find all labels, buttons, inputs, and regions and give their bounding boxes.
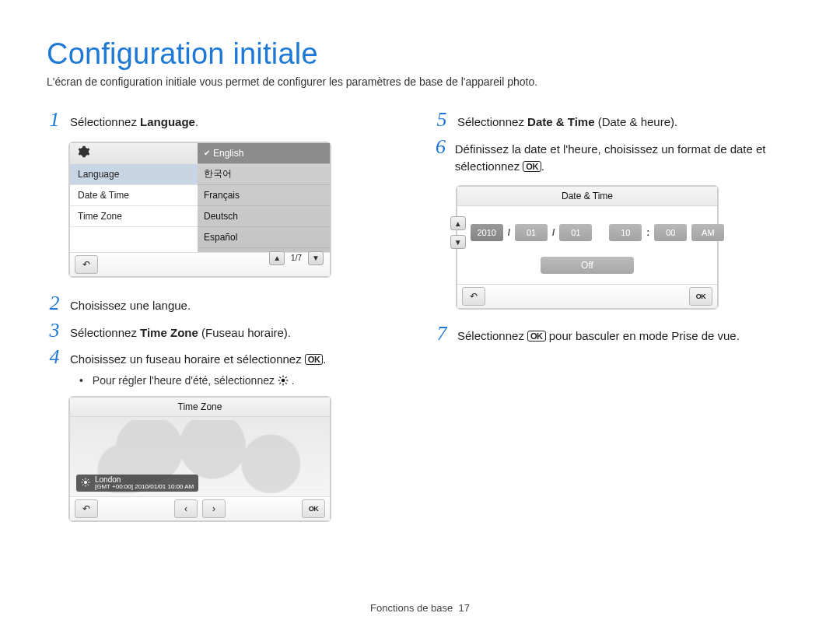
step-3: Sélectionnez Time Zone (Fuseau horaire). xyxy=(70,321,291,342)
timezone-map[interactable]: London [GMT +00:00] 2010/01/01 10:00 AM xyxy=(70,417,330,496)
sun-icon xyxy=(81,478,90,489)
settings-item-language[interactable]: Language xyxy=(70,164,198,185)
language-pager: ▲ 1/7 ▼ xyxy=(198,248,330,268)
day-field[interactable]: 01 xyxy=(559,224,592,241)
svg-line-15 xyxy=(88,485,89,486)
step-7: Sélectionnez OK pour basculer en mode Pr… xyxy=(457,324,740,345)
svg-point-9 xyxy=(84,481,87,484)
svg-line-6 xyxy=(285,383,287,384)
timezone-info: London [GMT +00:00] 2010/01/01 10:00 AM xyxy=(76,475,198,492)
minute-field[interactable]: 00 xyxy=(654,224,687,241)
settings-item-datetime[interactable]: Date & Time xyxy=(70,185,198,206)
svg-line-8 xyxy=(285,377,287,378)
ok-inline-icon: OK xyxy=(527,331,546,342)
pager-down-icon[interactable]: ▼ xyxy=(308,251,324,265)
value-down-icon[interactable]: ▼ xyxy=(450,235,466,249)
step-5: Sélectionnez Date & Time (Date & heure). xyxy=(457,110,677,131)
sun-icon xyxy=(278,374,292,387)
back-button[interactable]: ↶ xyxy=(75,499,98,518)
sep-colon: : xyxy=(646,227,649,238)
svg-line-16 xyxy=(82,485,84,486)
gear-icon xyxy=(78,145,90,160)
next-button[interactable]: › xyxy=(202,499,226,518)
tz-detail: [GMT +00:00] 2010/01/01 10:00 AM xyxy=(95,484,194,490)
svg-point-0 xyxy=(282,379,285,383)
step-4: Choisissez un fuseau horaire et sélectio… xyxy=(70,347,327,368)
svg-line-17 xyxy=(88,479,89,481)
left-column: 1 Sélectionnez Language. Language xyxy=(47,110,406,522)
value-up-icon[interactable]: ▲ xyxy=(450,216,466,230)
settings-item-timezone[interactable]: Time Zone xyxy=(70,206,198,227)
ok-inline-icon: OK xyxy=(305,354,324,365)
sep-slash: / xyxy=(508,227,510,238)
year-field[interactable]: 2010 xyxy=(471,224,503,241)
sep-slash: / xyxy=(552,227,555,238)
step-num-7: 7 xyxy=(434,324,450,344)
back-button[interactable]: ↶ xyxy=(75,255,98,274)
ok-inline-icon: OK xyxy=(523,161,541,172)
lang-opt-francais[interactable]: Français xyxy=(198,185,330,206)
settings-list: Language Date & Time Time Zone xyxy=(70,143,198,252)
month-field[interactable]: 01 xyxy=(515,224,548,241)
svg-line-5 xyxy=(279,377,281,378)
datetime-panel: Date & Time ▲ ▼ 2010 / 01 / 01 10 xyxy=(456,185,719,310)
hour-field[interactable]: 10 xyxy=(609,224,642,241)
page-subtitle: L'écran de configuration initiale vous p… xyxy=(47,75,793,88)
back-button[interactable]: ↶ xyxy=(462,287,485,306)
pager-up-icon[interactable]: ▲ xyxy=(269,251,285,265)
step-2: Choisissez une langue. xyxy=(70,293,191,314)
lang-opt-english[interactable]: English xyxy=(198,143,330,164)
right-column: 5 Sélectionnez Date & Time (Date & heure… xyxy=(434,110,793,522)
lang-opt-korean[interactable]: 한국어 xyxy=(198,164,330,185)
language-panel: Language Date & Time Time Zone English 한… xyxy=(68,142,331,278)
step-num-6: 6 xyxy=(434,137,447,157)
step-1: Sélectionnez Language. xyxy=(70,110,198,131)
svg-line-7 xyxy=(279,383,281,384)
step-6: Définissez la date et l'heure, choisisse… xyxy=(455,137,793,175)
date-format-off-button[interactable]: Off xyxy=(541,257,634,274)
pager-label: 1/7 xyxy=(291,254,302,262)
ok-button[interactable]: OK xyxy=(689,287,712,306)
step-4-bullet: Pour régler l'heure d'été, sélectionnez … xyxy=(79,374,406,387)
language-options: English 한국어 Français Deutsch Español ▲ 1… xyxy=(198,143,330,252)
timezone-panel: Time Zone London [GMT +00:00] 2010/01/01… xyxy=(68,396,331,522)
ok-button[interactable]: OK xyxy=(302,499,325,518)
page-title: Configuration initiale xyxy=(47,37,793,71)
lang-opt-espanol[interactable]: Español xyxy=(198,227,330,248)
lang-opt-deutsch[interactable]: Deutsch xyxy=(198,206,330,227)
prev-button[interactable]: ‹ xyxy=(174,499,198,518)
step-num-3: 3 xyxy=(47,321,62,341)
datetime-title: Date & Time xyxy=(457,187,717,206)
step-num-5: 5 xyxy=(434,110,450,130)
settings-gear-row xyxy=(70,143,198,164)
step-num-1: 1 xyxy=(47,110,62,130)
timezone-title: Time Zone xyxy=(70,398,330,417)
step-num-2: 2 xyxy=(47,293,62,313)
step-num-4: 4 xyxy=(47,347,62,367)
ampm-field[interactable]: AM xyxy=(691,224,724,241)
svg-line-14 xyxy=(82,479,84,481)
page-footer: Fonctions de base 17 xyxy=(0,602,840,614)
